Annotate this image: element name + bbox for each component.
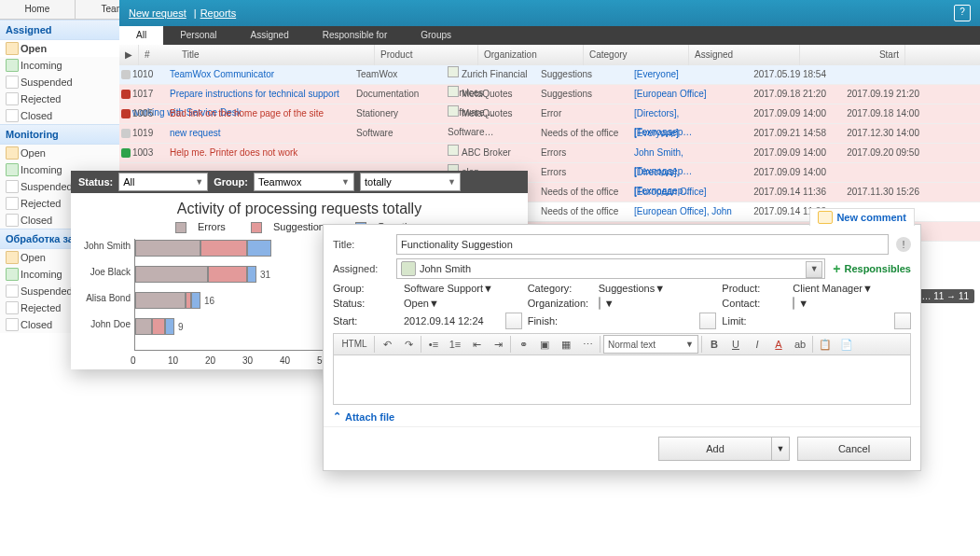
sidebar-item-open[interactable]: Open [0,40,119,57]
outdent-icon[interactable]: ⇤ [467,335,486,354]
responsibles-link[interactable]: +Responsibles [833,261,911,276]
new-request-link[interactable]: New request [129,7,186,19]
reports-link[interactable]: Reports [200,7,237,19]
status-select[interactable]: All▼ [118,173,208,191]
product-label: Product: [722,283,787,294]
table-row[interactable]: 1003Help me. Printer does not workABC Br… [119,144,980,163]
underline-icon[interactable]: U [726,335,745,354]
start-label: Start: [333,315,398,327]
assignee-link[interactable]: [Everyone] [634,69,679,79]
ol-icon[interactable]: 1≡ [446,335,464,354]
bold-icon[interactable]: B [705,335,724,354]
text-color-icon[interactable]: A [769,335,788,354]
sidebar-item-rejected[interactable]: Rejected [0,90,119,107]
group-select[interactable]: Software Support▼ [404,283,522,294]
filter-tab-personal[interactable]: Personal [163,26,233,45]
text-style-select[interactable]: Normal text▼ [603,335,698,354]
editor-body[interactable] [333,355,911,405]
sidebar-item-open[interactable]: Open [0,145,119,161]
bar-segment [152,318,165,335]
filter-tabs: AllPersonalAssignedResponsible forGroups [119,26,980,45]
scope-select[interactable]: totally▼ [360,173,461,191]
sidebar-item-label: Incoming [21,60,62,71]
request-title-link[interactable]: TeamWox Communicator [170,69,274,79]
bar-segment [191,292,200,309]
add-split-icon[interactable]: ▼ [772,437,790,461]
top-tab-home[interactable]: Home [0,0,76,19]
chart-category-label: Alisa Bond [71,293,131,303]
request-title-link[interactable]: Bad link on the home page of the site [170,108,324,118]
folder-icon [6,197,19,210]
calendar-icon[interactable] [699,313,716,329]
attach-file-link[interactable]: ⌃Attach file [333,410,911,423]
image-icon[interactable]: ▣ [535,335,554,354]
status-select[interactable]: Open▼ [404,298,522,309]
new-comment-dialog: New comment Title: Functionality Suggest… [323,224,921,471]
col-flag: ▶ [119,45,139,65]
sidebar-section: Assigned [0,20,119,40]
finish-label: Finish: [528,315,593,327]
copy-icon[interactable]: 📄 [837,335,856,354]
cancel-button[interactable]: Cancel [797,437,911,461]
col-limit: Limit [905,45,980,65]
highlight-icon[interactable]: ab [791,335,809,354]
bar-total: 9 [178,322,184,332]
table-row[interactable]: 1005Bad link on the home page of the sit… [119,104,980,124]
group-select[interactable]: Teamwox▼ [254,173,354,191]
header-strip: New request | Reports ? [119,0,980,26]
sidebar-item-suspended[interactable]: Suspended [0,74,119,90]
folder-icon [6,146,19,160]
category-select[interactable]: Suggestions▼ [599,283,717,294]
sidebar-item-label: Open [21,147,46,159]
product-select[interactable]: Client Manager▼ [793,283,911,294]
add-button[interactable]: Add [658,437,772,461]
assigned-input[interactable]: John Smith▼ [396,258,825,279]
editor-html-button[interactable]: HTML [338,335,371,354]
chart-category-label: Joe Black [71,267,131,277]
redo-icon[interactable]: ↷ [399,335,418,354]
assignee-link[interactable]: [Everyone] [634,128,679,138]
bar-segment [200,240,247,257]
bar-segment [135,318,152,335]
chart-category-label: John Doe [71,319,131,329]
axis-tick: 10 [168,355,178,366]
folder-icon [6,59,19,72]
request-title-link[interactable]: new request [170,128,220,138]
comment-icon [818,211,833,224]
sidebar-item-closed[interactable]: Closed [0,107,119,124]
filter-tab-assigned[interactable]: Assigned [234,26,306,45]
indent-icon[interactable]: ⇥ [489,335,507,354]
italic-icon[interactable]: I [748,335,766,354]
calendar-icon[interactable] [894,313,911,329]
undo-icon[interactable]: ↶ [378,335,396,354]
assignee-link[interactable]: [European Office] [634,89,707,99]
title-input[interactable]: Functionality Suggestion [396,234,889,255]
priority-flag-icon [121,70,131,79]
sidebar-item-incoming[interactable]: Incoming [0,57,119,74]
paste-icon[interactable]: 📋 [816,335,835,354]
table-icon[interactable]: ▦ [557,335,575,354]
table-row[interactable]: 1010TeamWox CommunicatorTeamWoxZurich Fi… [119,65,980,85]
more-icon[interactable]: ⋯ [578,335,597,354]
filter-tab-responsible-for[interactable]: Responsible for [306,26,404,45]
filter-tab-all[interactable]: All [119,26,163,45]
table-row[interactable]: 1019new requestSoftwareNeeds of the offi… [119,124,980,144]
assignee-link[interactable]: [European Office] [634,187,707,197]
help-button[interactable]: ? [954,5,971,21]
bar-segment [135,292,186,309]
contact-select[interactable]: ▼ [793,298,911,309]
link-icon[interactable]: ⚭ [514,335,532,354]
legend-swatch-suggestions [251,222,262,233]
table-row[interactable]: 1017Prepare instructions for technical s… [119,85,980,104]
request-title-link[interactable]: Help me. Printer does not work [170,147,297,158]
sidebar-item-label: Incoming [21,269,62,280]
folder-icon [6,214,19,227]
col-category: Category [584,45,689,65]
folder-icon [6,301,19,314]
start-input[interactable]: 2012.09.14 12:24 [404,315,500,327]
org-select[interactable]: ▼ [599,298,717,309]
priority-icon[interactable]: ! [896,237,911,252]
calendar-icon[interactable] [505,313,522,329]
filter-tab-groups[interactable]: Groups [404,26,468,45]
ul-icon[interactable]: •≡ [424,335,443,354]
